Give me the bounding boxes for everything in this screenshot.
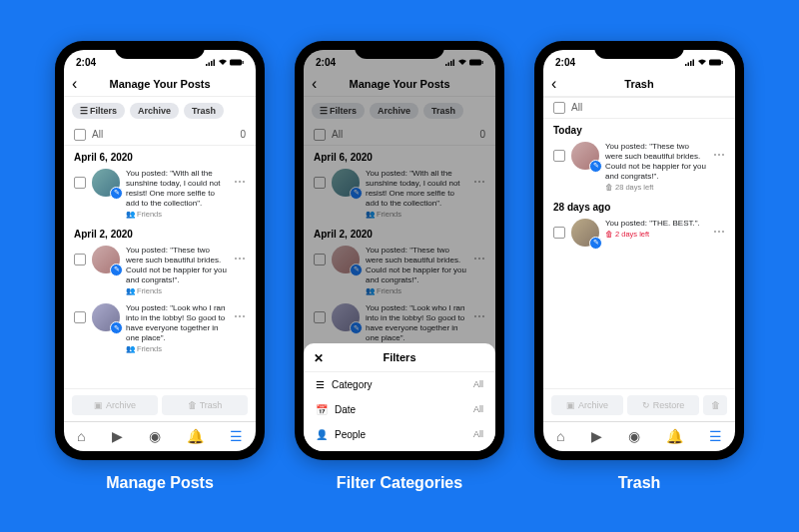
date-header: Today: [543, 119, 735, 138]
back-button[interactable]: ‹: [551, 75, 556, 93]
battery-icon: [230, 59, 244, 66]
select-all-row[interactable]: All 0: [64, 125, 256, 146]
post-checkbox[interactable]: [553, 227, 565, 239]
archive-button[interactable]: ▣Archive: [72, 395, 158, 415]
back-button[interactable]: ‹: [72, 75, 77, 93]
category-icon: ☰: [316, 379, 325, 390]
chip-archive[interactable]: Archive: [130, 103, 179, 119]
post-checkbox[interactable]: [74, 254, 86, 266]
trash-icon: 🗑: [188, 400, 197, 410]
trash-icon: 🗑: [605, 183, 613, 192]
svg-rect-12: [685, 64, 687, 66]
nav-watch-icon[interactable]: ▶: [591, 428, 602, 444]
nav-notifications-icon[interactable]: 🔔: [666, 428, 683, 444]
status-time: 2:04: [555, 57, 575, 68]
post-item[interactable]: ✎ You posted: "THE. BEST.". 🗑2 days left…: [543, 215, 735, 251]
nav-home-icon[interactable]: ⌂: [77, 428, 85, 444]
page-title: Manage Your Posts: [109, 78, 210, 90]
chip-trash[interactable]: Trash: [184, 103, 224, 119]
nav-menu-icon[interactable]: ☰: [709, 428, 722, 444]
post-audience: Friends: [137, 344, 162, 353]
svg-rect-3: [214, 60, 216, 67]
post-type-icon: ✎: [589, 160, 602, 173]
restore-button[interactable]: ↻Restore: [627, 395, 699, 415]
avatar: ✎: [92, 246, 120, 273]
nav-watch-icon[interactable]: ▶: [112, 428, 123, 444]
select-all-checkbox[interactable]: [553, 102, 565, 114]
action-bar: ▣Archive 🗑Trash: [64, 388, 256, 421]
post-text: You posted: "Look who I ran into in the …: [126, 303, 228, 343]
filter-row-date[interactable]: 📅Date All: [304, 397, 495, 422]
post-more-button[interactable]: ⋯: [713, 142, 725, 162]
friends-icon: 👥: [126, 344, 135, 353]
all-count: 0: [240, 129, 246, 140]
post-checkbox[interactable]: [74, 177, 86, 189]
filter-row-people[interactable]: 👤People All: [304, 422, 495, 447]
delete-button[interactable]: 🗑: [703, 395, 727, 415]
wifi-icon: [697, 59, 707, 66]
archive-button[interactable]: ▣Archive: [551, 395, 623, 415]
filter-value: All: [473, 429, 483, 439]
caption: Filter Categories: [337, 474, 462, 492]
phone-manage-posts: 2:04 ‹ Manage Your Posts ☰Filters Archiv…: [55, 41, 265, 460]
action-bar: ▣Archive ↻Restore 🗑: [543, 388, 735, 421]
nav-home-icon[interactable]: ⌂: [556, 428, 564, 444]
status-time: 2:04: [76, 57, 96, 68]
status-icons: [685, 59, 723, 66]
post-item[interactable]: ✎ You posted: "Look who I ran into in th…: [64, 299, 256, 357]
svg-rect-13: [688, 63, 690, 67]
status-icons: [206, 59, 244, 66]
post-item[interactable]: ✎ You posted: "These two were such beaut…: [543, 138, 735, 196]
nav-menu-icon[interactable]: ☰: [230, 428, 243, 444]
post-more-button[interactable]: ⋯: [234, 303, 246, 323]
filter-value: All: [473, 379, 483, 389]
all-label: All: [571, 102, 582, 113]
select-all-row[interactable]: All: [543, 97, 735, 119]
date-header: April 6, 2020: [64, 146, 256, 165]
sheet-header: ✕ Filters: [304, 343, 495, 372]
filters-sheet: ✕ Filters ☰Category All 📅Date All 👤Peopl…: [304, 343, 495, 451]
post-item[interactable]: ✎ You posted: "These two were such beaut…: [64, 242, 256, 299]
post-more-button[interactable]: ⋯: [713, 219, 725, 239]
post-audience: Friends: [137, 210, 162, 219]
post-more-button[interactable]: ⋯: [234, 246, 246, 266]
post-item[interactable]: ✎ You posted: "With all the sunshine tod…: [64, 165, 256, 223]
filter-row-category[interactable]: ☰Category All: [304, 372, 495, 397]
bottom-nav: ⌂ ▶ ◉ 🔔 ☰: [543, 421, 735, 451]
posts-list: April 6, 2020 ✎ You posted: "With all th…: [64, 146, 256, 388]
trash-button[interactable]: 🗑Trash: [162, 395, 248, 415]
friends-icon: 👥: [126, 286, 135, 295]
avatar: ✎: [571, 142, 599, 170]
avatar: ✎: [92, 169, 120, 197]
select-all-checkbox[interactable]: [74, 129, 86, 141]
svg-rect-5: [243, 61, 244, 64]
svg-rect-1: [209, 63, 211, 67]
archive-icon: ▣: [566, 400, 575, 410]
screen-header: ‹ Manage Your Posts: [64, 72, 256, 97]
nav-profile-icon[interactable]: ◉: [628, 428, 640, 444]
trash-icon: 🗑: [605, 230, 613, 239]
sheet-title: Filters: [383, 351, 415, 363]
days-left: 2 days left: [615, 230, 649, 239]
all-label: All: [92, 129, 103, 140]
avatar: ✎: [571, 219, 599, 247]
svg-rect-17: [722, 61, 723, 64]
post-checkbox[interactable]: [74, 311, 86, 323]
chip-filters[interactable]: ☰Filters: [72, 103, 125, 119]
post-checkbox[interactable]: [553, 150, 565, 162]
caption: Manage Posts: [106, 474, 214, 492]
post-type-icon: ✎: [110, 264, 123, 276]
person-icon: 👤: [316, 429, 328, 440]
post-audience: Friends: [137, 286, 162, 295]
close-button[interactable]: ✕: [314, 351, 324, 365]
post-text: You posted: "These two were such beautif…: [126, 246, 228, 285]
post-text: You posted: "With all the sunshine today…: [126, 169, 228, 209]
post-more-button[interactable]: ⋯: [234, 169, 246, 189]
svg-rect-15: [693, 60, 695, 67]
date-header: 28 days ago: [543, 196, 735, 215]
filter-chips: ☰Filters Archive Trash: [64, 97, 256, 125]
filter-value: All: [473, 404, 483, 414]
nav-notifications-icon[interactable]: 🔔: [187, 428, 204, 444]
nav-profile-icon[interactable]: ◉: [149, 428, 161, 444]
battery-icon: [709, 59, 723, 66]
